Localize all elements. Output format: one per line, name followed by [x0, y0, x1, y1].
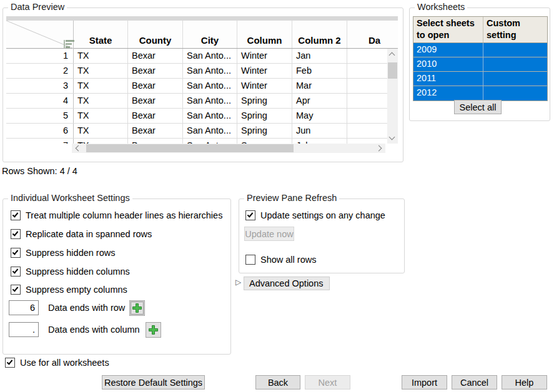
checkbox-label: Replicate data in spanned rows: [26, 229, 152, 239]
cell: Summer: [237, 139, 292, 144]
vertical-scrollbar[interactable]: [387, 49, 398, 144]
preview-table: StateCountyCityColumnColumn 2Da 1TXBexar…: [6, 16, 398, 144]
cell: San Anto...: [183, 79, 237, 93]
cell: Mar: [292, 79, 347, 93]
cell: Feb: [292, 64, 347, 78]
worksheets-title: Worksheets: [415, 2, 467, 12]
cell: Winter: [237, 49, 292, 63]
column-header-column-2[interactable]: Column 2: [292, 21, 347, 48]
preview-table-body: 1TXBexarSan Anto...WinterJan2TXBexarSan …: [6, 49, 398, 144]
data-ends-column-input[interactable]: [9, 322, 39, 337]
table-row[interactable]: 5TXBexarSan Anto...SpringMay: [6, 109, 398, 124]
checkbox-suppress-hidden-columns[interactable]: Suppress hidden columns: [11, 265, 130, 278]
individual-worksheet-settings-group: Individual Worksheet Settings Treat mult…: [2, 198, 231, 355]
cell: TX: [74, 94, 128, 108]
checkbox-box[interactable]: [11, 229, 21, 239]
preview-table-header: StateCountyCityColumnColumn 2Da: [6, 21, 398, 49]
checkbox-box[interactable]: [11, 248, 21, 258]
cell: Bexar: [128, 64, 183, 78]
table-row[interactable]: 1TXBexarSan Anto...WinterJan: [6, 49, 398, 64]
cell: TX: [74, 109, 128, 123]
add-column-rule-button[interactable]: [146, 322, 161, 338]
column-header-state[interactable]: State: [74, 21, 128, 48]
data-preview-title: Data Preview: [8, 2, 67, 12]
back-button[interactable]: Back: [255, 375, 300, 390]
checkbox-show-all-rows[interactable]: Show all rows: [245, 253, 316, 266]
add-row-rule-button[interactable]: [129, 300, 145, 316]
scroll-left-icon[interactable]: [76, 145, 82, 152]
row-number: 1: [6, 49, 74, 63]
checkbox-label: Suppress hidden columns: [26, 267, 130, 277]
checkbox-box[interactable]: [5, 358, 15, 368]
row-number: 4: [6, 94, 74, 108]
scroll-down-icon[interactable]: [389, 134, 395, 140]
update-now-button[interactable]: Update now: [244, 227, 294, 241]
horizontal-scrollbar[interactable]: [72, 144, 385, 153]
worksheets-list: 2009201020112012: [413, 43, 547, 100]
checkbox-update-on-change[interactable]: Update settings on any change: [245, 209, 385, 222]
checkbox-use-for-all-worksheets[interactable]: Use for all worksheets: [5, 356, 109, 369]
cell: TX: [74, 124, 128, 138]
table-row[interactable]: 4TXBexarSan Anto...SpringApr: [6, 94, 398, 109]
worksheet-row-2012[interactable]: 2012: [413, 86, 547, 100]
cell: Bexar: [128, 124, 183, 138]
checkbox-replicate-spanned[interactable]: Replicate data in spanned rows: [11, 228, 152, 240]
checkbox-box[interactable]: [245, 255, 255, 265]
table-row[interactable]: 7TXBexarSan Anto...SummerJul: [6, 139, 398, 144]
cell: May: [292, 109, 347, 123]
help-button[interactable]: Help: [502, 375, 547, 390]
table-row[interactable]: 6TXBexarSan Anto...SpringJun: [6, 124, 398, 139]
cell: San Anto...: [183, 139, 237, 144]
table-row[interactable]: 2TXBexarSan Anto...WinterFeb: [6, 64, 398, 79]
import-button[interactable]: Import: [402, 375, 447, 390]
checkbox-treat-hierarchies[interactable]: Treat multiple column header lines as hi…: [11, 209, 222, 222]
scroll-up-icon[interactable]: [389, 52, 395, 59]
worksheet-custom-setting: [483, 72, 547, 86]
cell: TX: [74, 139, 128, 144]
cell: TX: [74, 49, 128, 63]
advanced-options-button[interactable]: Advanced Options: [244, 277, 330, 290]
column-header-column[interactable]: Column: [237, 21, 292, 48]
column-header-city[interactable]: City: [183, 21, 237, 48]
excel-import-wizard-dialog: Data Preview StateCountyCityColumnColumn…: [0, 0, 554, 392]
cell: TX: [74, 64, 128, 78]
data-ends-row-label: Data ends with row: [48, 303, 125, 313]
select-all-button[interactable]: Select all: [454, 100, 502, 114]
checkbox-box[interactable]: [245, 210, 255, 220]
checkbox-box[interactable]: [11, 210, 21, 220]
cell: Apr: [292, 94, 347, 108]
hierarchy-icon: [64, 39, 76, 49]
cell: Jul: [292, 139, 347, 144]
cell: Bexar: [128, 109, 183, 123]
next-button[interactable]: Next: [305, 375, 350, 390]
cell: Bexar: [128, 79, 183, 93]
table-corner-cell[interactable]: [6, 21, 74, 48]
table-top-strip: [6, 16, 398, 21]
data-ends-row-input[interactable]: [9, 300, 39, 315]
horizontal-scroll-thumb[interactable]: [86, 144, 294, 152]
checkbox-box[interactable]: [11, 267, 21, 277]
scroll-right-icon[interactable]: [376, 145, 382, 152]
custom-setting-column-header: Custom setting: [483, 17, 547, 42]
cell: Spring: [237, 124, 292, 138]
vertical-scroll-thumb[interactable]: [388, 62, 397, 79]
column-header-da[interactable]: Da: [347, 21, 398, 48]
individual-settings-title: Individual Worksheet Settings: [8, 193, 132, 203]
worksheets-group: Worksheets Select sheets to open Custom …: [409, 7, 550, 121]
worksheets-table: Select sheets to open Custom setting 200…: [413, 16, 548, 101]
cell: San Anto...: [183, 49, 237, 63]
cell: Jan: [292, 49, 347, 63]
worksheet-name: 2009: [413, 43, 483, 57]
disclosure-triangle-icon[interactable]: ▷: [235, 278, 241, 287]
checkbox-box[interactable]: [11, 285, 21, 295]
checkbox-suppress-empty-columns[interactable]: Suppress empty columns: [11, 283, 127, 296]
cancel-button[interactable]: Cancel: [452, 375, 497, 390]
table-row[interactable]: 3TXBexarSan Anto...WinterMar: [6, 79, 398, 94]
worksheet-row-2010[interactable]: 2010: [413, 57, 547, 72]
restore-default-settings-button[interactable]: Restore Default Settings: [102, 375, 205, 390]
checkbox-suppress-hidden-rows[interactable]: Suppress hidden rows: [11, 247, 115, 259]
column-header-county[interactable]: County: [128, 21, 183, 48]
checkbox-label: Update settings on any change: [260, 210, 385, 220]
worksheet-row-2011[interactable]: 2011: [413, 72, 547, 86]
worksheet-row-2009[interactable]: 2009: [413, 43, 547, 57]
